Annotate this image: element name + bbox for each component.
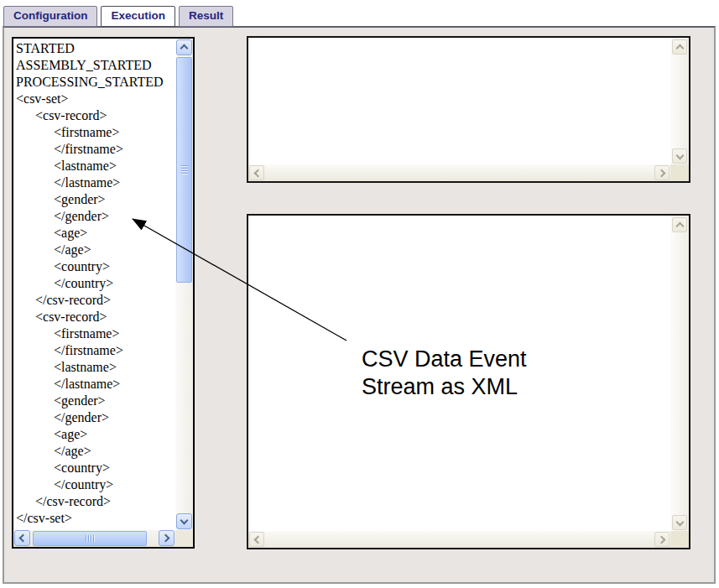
log-line: </gender> xyxy=(16,409,175,426)
log-line: <csv-record> xyxy=(16,309,175,325)
scroll-right-button[interactable] xyxy=(654,532,670,547)
chevron-left-icon xyxy=(253,169,262,177)
scroll-grip-icon xyxy=(181,165,188,174)
log-line: </country> xyxy=(16,476,175,493)
bottom-panel-horizontal-scrollbar[interactable] xyxy=(248,531,670,548)
log-line: <age> xyxy=(16,225,175,242)
log-line: ASSEMBLY_STARTED xyxy=(16,57,175,74)
top-panel-vertical-scrollbar[interactable] xyxy=(670,38,689,164)
chevron-up-icon xyxy=(675,221,684,230)
log-line: <gender> xyxy=(16,191,175,208)
scroll-grip-icon xyxy=(86,535,95,542)
log-line: <age> xyxy=(16,426,175,443)
log-line: </csv-record> xyxy=(16,493,175,510)
log-line: STARTED xyxy=(16,40,175,57)
scroll-right-button[interactable] xyxy=(159,530,175,546)
log-line: </country> xyxy=(16,275,175,292)
scroll-down-button[interactable] xyxy=(672,148,687,164)
chevron-up-icon xyxy=(675,44,684,52)
log-line: <country> xyxy=(16,460,175,476)
log-line: <firstname> xyxy=(16,325,175,342)
horizontal-scroll-thumb[interactable] xyxy=(33,531,147,546)
log-line: </csv-set> xyxy=(16,510,175,527)
log-line: </firstname> xyxy=(16,342,175,359)
log-vertical-scrollbar[interactable] xyxy=(175,39,193,530)
scroll-down-button[interactable] xyxy=(176,513,192,529)
log-line: <csv-set> xyxy=(16,91,175,107)
top-panel-horizontal-scrollbar[interactable] xyxy=(248,164,670,181)
log-line: </gender> xyxy=(16,208,175,225)
log-horizontal-scrollbar[interactable] xyxy=(13,530,175,547)
tab-result[interactable]: Result xyxy=(179,6,233,27)
log-line: <lastname> xyxy=(16,359,175,376)
scrollbar-corner xyxy=(670,164,689,181)
chevron-down-icon xyxy=(180,517,189,525)
log-line: <country> xyxy=(16,258,175,275)
chevron-right-icon xyxy=(657,535,665,544)
scroll-up-button[interactable] xyxy=(176,39,192,55)
tab-bar: Configuration Execution Result xyxy=(3,6,233,27)
event-log-panel: STARTEDASSEMBLY_STARTEDPROCESSING_STARTE… xyxy=(12,37,195,549)
scroll-down-button[interactable] xyxy=(672,515,687,530)
tab-execution[interactable]: Execution xyxy=(101,6,175,27)
tab-configuration[interactable]: Configuration xyxy=(3,6,97,27)
chevron-up-icon xyxy=(180,44,189,53)
annotation-label: CSV Data Event Stream as XML xyxy=(362,346,527,401)
bottom-panel-vertical-scrollbar[interactable] xyxy=(670,216,689,531)
scroll-left-button[interactable] xyxy=(14,530,30,546)
scrollbar-corner xyxy=(175,530,193,547)
chevron-right-icon xyxy=(657,169,665,177)
output-panel-top xyxy=(247,36,690,183)
log-line: </age> xyxy=(16,242,175,258)
log-line: </age> xyxy=(16,443,175,460)
chevron-left-icon xyxy=(19,534,28,543)
event-log-text[interactable]: STARTEDASSEMBLY_STARTEDPROCESSING_STARTE… xyxy=(13,39,175,530)
scroll-left-button[interactable] xyxy=(249,165,264,180)
scroll-up-button[interactable] xyxy=(672,39,687,55)
log-line: <gender> xyxy=(16,393,175,409)
log-line: <csv-record> xyxy=(16,107,175,124)
chevron-right-icon xyxy=(162,534,170,543)
chevron-down-icon xyxy=(675,518,684,526)
chevron-down-icon xyxy=(675,151,684,159)
log-line: </csv-record> xyxy=(16,292,175,309)
scroll-up-button[interactable] xyxy=(672,217,687,232)
scroll-left-button[interactable] xyxy=(249,532,264,547)
scroll-right-button[interactable] xyxy=(654,165,670,180)
log-line: </lastname> xyxy=(16,376,175,393)
log-line: </lastname> xyxy=(16,174,175,191)
scrollbar-corner xyxy=(670,531,689,548)
log-line: </firstname> xyxy=(16,141,175,158)
log-line: PROCESSING_STARTED xyxy=(16,74,175,91)
vertical-scroll-thumb[interactable] xyxy=(176,57,192,283)
chevron-left-icon xyxy=(253,535,262,544)
log-line: <lastname> xyxy=(16,158,175,174)
log-line: <firstname> xyxy=(16,124,175,141)
